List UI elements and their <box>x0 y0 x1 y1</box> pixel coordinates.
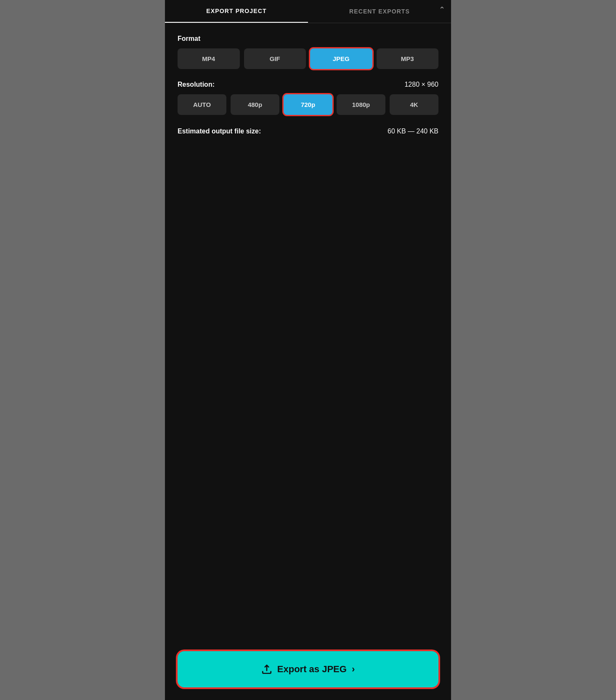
resolution-label: Resolution: <box>178 81 215 88</box>
upload-icon <box>261 664 272 675</box>
tab-recent-exports[interactable]: RECENT EXPORTS <box>308 0 451 23</box>
resolution-row: Resolution: 1280 × 960 <box>178 81 438 88</box>
resolution-buttons: AUTO 480p 720p 1080p 4K <box>178 94 438 115</box>
tab-export-project[interactable]: EXPORT PROJECT <box>165 0 308 23</box>
format-jpeg-button[interactable]: JPEG <box>310 48 372 69</box>
chevron-up-icon: ⌃ <box>439 6 445 13</box>
file-size-label: Estimated output file size: <box>178 128 261 135</box>
file-size-value: 60 KB — 240 KB <box>388 128 438 135</box>
export-jpeg-button[interactable]: Export as JPEG › <box>178 651 438 687</box>
resolution-current-value: 1280 × 960 <box>404 81 438 88</box>
export-button-chevron: › <box>352 664 355 675</box>
resolution-4k-button[interactable]: 4K <box>390 94 438 115</box>
tabs-header: EXPORT PROJECT RECENT EXPORTS ⌃ <box>165 0 451 23</box>
format-buttons: MP4 GIF JPEG MP3 <box>178 48 438 69</box>
format-label: Format <box>178 35 438 43</box>
resolution-1080p-button[interactable]: 1080p <box>337 94 385 115</box>
export-button-wrapper: Export as JPEG › <box>165 643 451 700</box>
format-gif-button[interactable]: GIF <box>244 48 306 69</box>
format-mp4-button[interactable]: MP4 <box>178 48 240 69</box>
resolution-720p-button[interactable]: 720p <box>284 94 332 115</box>
export-panel: EXPORT PROJECT RECENT EXPORTS ⌃ Format M… <box>165 0 451 700</box>
panel-content: Format MP4 GIF JPEG MP3 Resolution: 1280… <box>165 23 451 643</box>
file-size-row: Estimated output file size: 60 KB — 240 … <box>178 128 438 135</box>
resolution-480p-button[interactable]: 480p <box>231 94 279 115</box>
format-mp3-button[interactable]: MP3 <box>377 48 439 69</box>
export-button-label: Export as JPEG <box>277 664 347 675</box>
resolution-auto-button[interactable]: AUTO <box>178 94 226 115</box>
